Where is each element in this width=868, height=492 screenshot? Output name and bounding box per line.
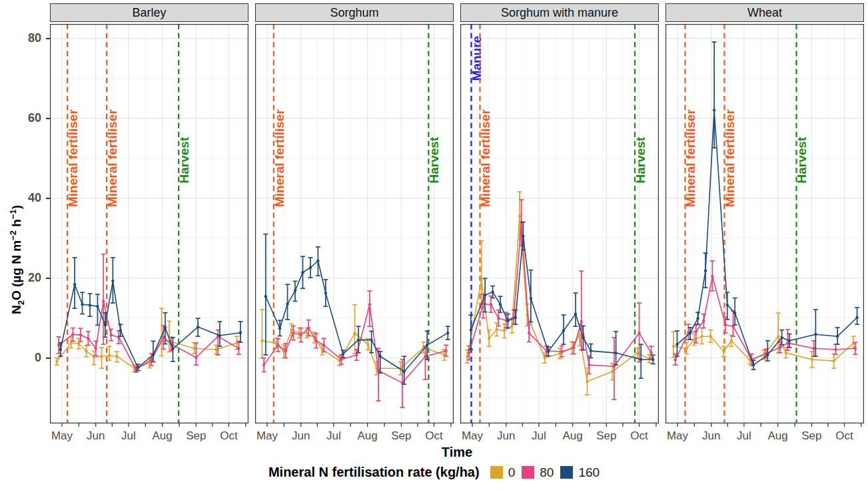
legend-item-0: 0 — [490, 465, 516, 480]
month-tick-label: Jul — [121, 429, 136, 442]
facet-panel-barley: BarleyMineral fertiliserMineral fertilis… — [50, 3, 248, 445]
event-label-fertiliser: Mineral fertiliser — [272, 109, 286, 207]
legend-swatch-navy — [560, 466, 573, 479]
month-tick-label: Aug — [153, 429, 173, 442]
month-tick-label: May — [462, 429, 484, 442]
event-label-manure: Manure — [470, 36, 484, 81]
legend-swatch-pink — [522, 466, 534, 479]
month-tick-label: Jun — [292, 429, 310, 442]
y-tick-label: 80 — [0, 31, 41, 45]
y-tick-label: 20 — [0, 271, 41, 285]
facet-plot: ManureMineral fertiliserHarvestMayJunJul… — [460, 24, 659, 445]
month-tick-label: May — [51, 429, 73, 442]
y-axis-title: N2O (µg N m−2 h−1) — [8, 205, 26, 314]
month-tick-label: Sep — [801, 429, 821, 442]
facet-plot: Mineral fertiliserMineral fertiliserHarv… — [665, 24, 864, 445]
event-label-harvest: Harvest — [177, 136, 191, 183]
facet-plot: Mineral fertiliserHarvestMayJunJulAugSep… — [255, 24, 454, 445]
facet-title-strip: Wheat — [665, 3, 864, 22]
event-label-harvest: Harvest — [427, 136, 441, 183]
event-label-harvest: Harvest — [795, 136, 809, 183]
month-tick-label: Jun — [87, 429, 105, 442]
facet-title-strip: Sorghum — [255, 3, 454, 22]
y-tick-label: 0 — [0, 351, 41, 365]
month-tick-label: Jul — [326, 429, 341, 442]
month-tick-label: Jun — [497, 429, 515, 442]
legend: Mineral N fertilisation rate (kg/ha) 0 8… — [0, 465, 868, 480]
legend-item-160: 160 — [560, 465, 600, 480]
month-tick-label: Aug — [563, 429, 583, 442]
legend-label: 80 — [540, 465, 554, 480]
event-label-fertiliser: Mineral fertiliser — [105, 109, 119, 207]
event-label-fertiliser: Mineral fertiliser — [723, 109, 737, 207]
month-tick-label: May — [256, 429, 278, 442]
n2o-flux-figure: N2O (µg N m−2 h−1) 020406080 BarleyMiner… — [0, 0, 868, 492]
facet-panel-sorghum-with-manure: Sorghum with manureManureMineral fertili… — [460, 3, 659, 445]
facet-title: Barley — [132, 6, 166, 20]
legend-label: 160 — [578, 465, 600, 480]
y-tick-label: 40 — [0, 191, 41, 205]
month-tick-label: Oct — [425, 429, 443, 442]
month-tick-label: Sep — [596, 429, 616, 442]
month-tick-label: Oct — [630, 429, 648, 442]
facet-title: Sorghum with manure — [501, 6, 618, 20]
facet-title: Wheat — [747, 6, 782, 20]
month-tick-label: Aug — [768, 429, 788, 442]
legend-item-80: 80 — [522, 465, 554, 480]
month-tick-label: May — [667, 429, 689, 442]
month-tick-label: Aug — [358, 429, 378, 442]
month-tick-label: Sep — [186, 429, 206, 442]
month-tick-label: Jun — [702, 429, 720, 442]
facet-title-strip: Sorghum with manure — [460, 3, 659, 22]
month-tick-label: Oct — [220, 429, 238, 442]
month-tick-label: Jul — [737, 429, 751, 442]
facet-title-strip: Barley — [50, 3, 248, 22]
facet-panel-sorghum: SorghumMineral fertiliserHarvestMayJunJu… — [255, 3, 454, 445]
legend-swatch-gold — [490, 466, 503, 479]
facet-panel-wheat: WheatMineral fertiliserMineral fertilise… — [665, 3, 864, 445]
event-label-harvest: Harvest — [634, 136, 648, 183]
facet-title: Sorghum — [330, 6, 378, 20]
event-label-fertiliser: Mineral fertiliser — [478, 109, 492, 207]
x-axis-title: Time — [50, 445, 864, 460]
month-tick-label: Oct — [835, 429, 853, 442]
legend-label: 0 — [508, 465, 516, 480]
month-tick-label: Sep — [391, 429, 411, 442]
event-label-fertiliser: Mineral fertiliser — [66, 109, 80, 207]
facet-plot: Mineral fertiliserMineral fertiliserHarv… — [50, 24, 248, 445]
y-tick-label: 60 — [0, 111, 41, 125]
month-tick-label: Jul — [532, 429, 546, 442]
legend-title: Mineral N fertilisation rate (kg/ha) — [268, 465, 480, 480]
event-label-fertiliser: Mineral fertiliser — [683, 109, 697, 207]
